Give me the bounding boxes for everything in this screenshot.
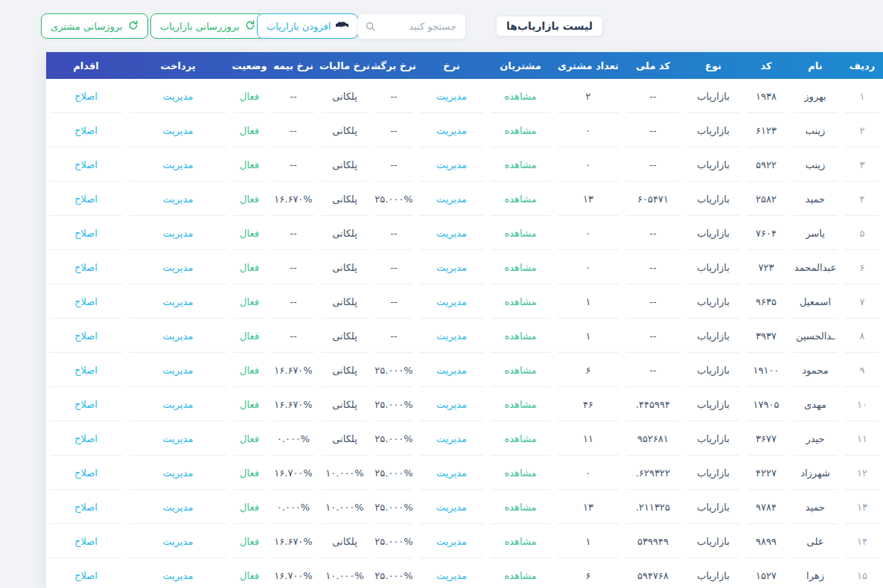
add-marketer-button[interactable]: افزودن بازاریاب	[257, 13, 358, 39]
action-link[interactable]: اصلاح	[74, 91, 98, 102]
action-link[interactable]: اصلاح	[74, 536, 98, 547]
customers-link[interactable]: مشاهده	[504, 365, 536, 376]
cell-tax-rate: پلکانی	[318, 284, 372, 319]
cell-code: ۱۹۳۸	[743, 79, 789, 113]
customers-link[interactable]: مشاهده	[504, 296, 536, 307]
action-link[interactable]: اصلاح	[74, 399, 98, 410]
status-value: فعال	[240, 228, 259, 239]
cell-rate: مدیریت	[416, 319, 487, 353]
action-link[interactable]: اصلاح	[74, 125, 98, 136]
customers-link[interactable]: مشاهده	[504, 91, 536, 102]
column-header-type: نوع	[683, 52, 743, 79]
rate-link[interactable]: مدیریت	[436, 536, 467, 547]
rate-link[interactable]: مدیریت	[436, 296, 467, 307]
rate-link[interactable]: مدیریت	[436, 194, 467, 205]
customers-link[interactable]: مشاهده	[504, 262, 536, 273]
cell-code: ۲۵۸۲	[743, 182, 789, 216]
customers-link[interactable]: مشاهده	[504, 536, 536, 547]
insurance-rate-value: ۱۶.۶۷۰%	[274, 536, 312, 547]
payment-link[interactable]: مدیریت	[163, 296, 194, 307]
rate-link[interactable]: مدیریت	[436, 570, 467, 581]
cell-tax-rate: پلکانی	[318, 387, 372, 421]
rate-link[interactable]: مدیریت	[436, 502, 467, 513]
customer-count-value: ۱۳	[583, 502, 593, 513]
update-customer-button[interactable]: بروزسانی مشتری	[41, 13, 148, 39]
payment-link[interactable]: مدیریت	[163, 467, 194, 479]
customers-link[interactable]: مشاهده	[504, 502, 536, 513]
cell-row: ۹	[841, 353, 883, 387]
status-value: فعال	[240, 296, 259, 307]
payment-link[interactable]: مدیریت	[163, 536, 194, 547]
payment-link[interactable]: مدیریت	[163, 502, 194, 513]
action-link[interactable]: اصلاح	[74, 502, 98, 513]
action-link[interactable]: اصلاح	[74, 365, 98, 376]
update-marketer-button[interactable]: بروزرسانی بازاریاب	[150, 13, 265, 39]
rate-link[interactable]: مدیریت	[436, 262, 467, 273]
payment-link[interactable]: مدیریت	[163, 159, 194, 170]
column-header-status: وضعیت	[230, 52, 269, 79]
rate-link[interactable]: مدیریت	[436, 330, 467, 342]
return-rate-value: ۲۵.۰۰۰%	[374, 194, 412, 205]
cell-status: فعال	[230, 524, 269, 558]
payment-link[interactable]: مدیریت	[163, 433, 194, 444]
action-link[interactable]: اصلاح	[74, 159, 98, 170]
cell-code: ۷۶۰۴	[743, 216, 789, 250]
rate-link[interactable]: مدیریت	[436, 125, 467, 136]
payment-link[interactable]: مدیریت	[163, 365, 194, 376]
customers-link[interactable]: مشاهده	[504, 570, 536, 581]
customers-link[interactable]: مشاهده	[504, 330, 536, 342]
cell-row: ۱۴	[841, 524, 883, 558]
cell-national-id: ۴۴۵۹۹۴.	[622, 387, 683, 421]
rate-link[interactable]: مدیریت	[436, 159, 467, 170]
payment-link[interactable]: مدیریت	[163, 262, 194, 273]
customers-link[interactable]: مشاهده	[504, 399, 536, 410]
rate-link[interactable]: مدیریت	[436, 433, 467, 444]
payment-link[interactable]: مدیریت	[163, 330, 194, 342]
rate-link[interactable]: مدیریت	[436, 467, 467, 479]
customers-link[interactable]: مشاهده	[504, 194, 536, 205]
customers-link[interactable]: مشاهده	[504, 159, 536, 170]
cell-national-id: ۶۲۹۳۲۲.	[622, 456, 683, 490]
payment-link[interactable]: مدیریت	[163, 228, 194, 239]
action-link[interactable]: اصلاح	[74, 330, 98, 342]
action-link[interactable]: اصلاح	[74, 262, 98, 273]
return-rate-value: ۲۵.۰۰۰%	[374, 433, 412, 444]
action-link[interactable]: اصلاح	[74, 194, 98, 205]
cell-insurance-rate: --	[269, 113, 318, 147]
action-link[interactable]: اصلاح	[74, 467, 98, 479]
return-rate-value: ۲۵.۰۰۰%	[374, 399, 412, 410]
cell-code: ۹۸۹۹	[743, 524, 789, 558]
return-rate-value: ۲۵.۰۰۰%	[374, 502, 412, 513]
cell-name: زینب	[789, 113, 841, 147]
return-rate-value: ۲۵.۰۰۰%	[374, 536, 412, 547]
payment-link[interactable]: مدیریت	[163, 399, 194, 410]
payment-link[interactable]: مدیریت	[163, 91, 194, 102]
row-value: ۲	[860, 125, 865, 136]
customers-link[interactable]: مشاهده	[504, 228, 536, 239]
customers-link[interactable]: مشاهده	[504, 433, 536, 444]
action-link[interactable]: اصلاح	[74, 570, 98, 581]
cell-status: فعال	[230, 558, 269, 588]
customers-link[interactable]: مشاهده	[504, 125, 536, 136]
status-value: فعال	[240, 433, 259, 444]
name-value: زینب	[806, 159, 826, 170]
row-value: ۵	[860, 228, 865, 239]
row-value: ۱	[860, 91, 865, 102]
action-link[interactable]: اصلاح	[74, 228, 98, 239]
payment-link[interactable]: مدیریت	[163, 570, 194, 581]
payment-link[interactable]: مدیریت	[163, 125, 194, 136]
update-customer-label: بروزسانی مشتری	[51, 21, 123, 32]
cell-payment: مدیریت	[126, 113, 230, 147]
rate-link[interactable]: مدیریت	[436, 228, 467, 239]
cell-rate: مدیریت	[416, 456, 487, 490]
cell-insurance-rate: ۱۶.۷۰۰%	[269, 558, 318, 588]
type-value: بازاریاب	[697, 433, 730, 444]
rate-link[interactable]: مدیریت	[436, 91, 467, 102]
customers-link[interactable]: مشاهده	[504, 467, 536, 479]
action-link[interactable]: اصلاح	[74, 296, 98, 307]
cell-return-rate: ۲۵.۰۰۰%	[372, 558, 416, 588]
rate-link[interactable]: مدیریت	[436, 365, 467, 376]
rate-link[interactable]: مدیریت	[436, 399, 467, 410]
action-link[interactable]: اصلاح	[74, 433, 98, 444]
payment-link[interactable]: مدیریت	[163, 194, 194, 205]
